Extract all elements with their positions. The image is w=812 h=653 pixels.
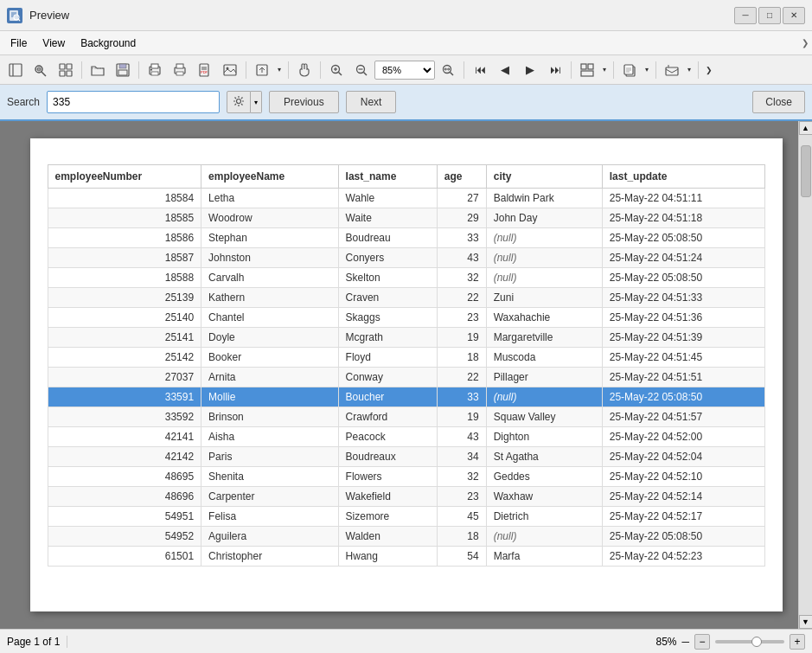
status-right: 85% ─ − + — [655, 634, 805, 650]
table-row: 25142 Booker Floyd 18 Muscoda 25-May-22 … — [48, 348, 764, 368]
find-button[interactable] — [29, 59, 53, 81]
cell-age: 43 — [437, 427, 486, 447]
cell-emp-name: Chantel — [201, 308, 339, 328]
zoom-select[interactable]: 85% 50% 75% 100% 125% 150% 200% — [374, 61, 435, 80]
table-row: 27037 Arnita Conway 22 Pillager 25-May-2… — [48, 368, 764, 387]
menu-file[interactable]: File — [3, 35, 34, 52]
svg-rect-24 — [176, 64, 183, 68]
share-button[interactable] — [660, 59, 684, 81]
cell-emp-num: 42141 — [48, 427, 201, 447]
svg-rect-15 — [67, 71, 72, 76]
table-row: 33592 Brinson Crawford 19 Squaw Valley 2… — [48, 407, 764, 427]
toolbar-separator-7 — [571, 61, 572, 79]
cell-emp-num: 48695 — [48, 467, 201, 487]
layout-dropdown-arrow[interactable]: ▾ — [599, 59, 610, 81]
fit-dropdown-arrow[interactable]: ▾ — [274, 59, 285, 81]
table-body: 18584 Letha Wahle 27 Baldwin Park 25-May… — [48, 189, 764, 567]
minimize-button[interactable]: ─ — [734, 7, 757, 24]
search-close-button[interactable]: Close — [752, 91, 805, 113]
cell-emp-num: 18584 — [48, 189, 201, 208]
menu-background[interactable]: Background — [74, 35, 143, 52]
svg-rect-25 — [176, 72, 183, 75]
cell-city: Margaretville — [486, 328, 602, 348]
cell-emp-num: 25139 — [48, 288, 201, 308]
zoom-out-status-button[interactable]: − — [694, 634, 710, 650]
cell-last-update: 25-May-22 04:52:10 — [602, 467, 764, 487]
menu-view[interactable]: View — [35, 35, 72, 52]
cell-emp-num: 18585 — [48, 208, 201, 228]
cell-emp-name: Felisa — [201, 507, 339, 527]
scroll-up-button[interactable]: ▲ — [799, 121, 813, 135]
restore-button[interactable]: □ — [758, 7, 781, 24]
cell-city: (null) — [486, 268, 602, 288]
app-icon — [7, 8, 22, 23]
table-row: 42141 Aisha Peacock 43 Dighton 25-May-22… — [48, 427, 764, 447]
cell-emp-name: Carpenter — [201, 487, 339, 507]
vertical-scrollbar[interactable]: ▲ ▼ — [798, 121, 812, 629]
cell-age: 33 — [437, 387, 486, 407]
cell-last-name: Conyers — [338, 248, 437, 268]
cell-last-update: 25-May-22 04:52:23 — [602, 547, 764, 567]
window-controls: ─ □ ✕ — [734, 7, 805, 24]
fit-page-button[interactable] — [250, 59, 274, 81]
scroll-track[interactable] — [799, 135, 812, 615]
svg-rect-46 — [581, 71, 593, 76]
zoom-slider-thumb — [751, 637, 762, 647]
export-pdf-button[interactable]: PDF — [193, 59, 217, 81]
next-button[interactable]: Next — [346, 91, 397, 113]
svg-rect-48 — [624, 65, 633, 74]
cell-last-update: 25-May-22 04:51:33 — [602, 288, 764, 308]
layout-button[interactable] — [575, 59, 599, 81]
last-page-button[interactable]: ⏭ — [543, 59, 567, 81]
print-button[interactable] — [168, 59, 192, 81]
open-button[interactable] — [86, 59, 110, 81]
prev-page-button[interactable]: ◀ — [493, 59, 517, 81]
copy-dropdown-arrow[interactable]: ▾ — [642, 59, 652, 81]
cell-last-name: Mcgrath — [338, 328, 437, 348]
zoom-fit-width-button[interactable] — [436, 59, 460, 81]
data-table: employeeNumber employeeName last_name ag… — [48, 164, 765, 567]
cell-emp-name: Johnston — [201, 248, 339, 268]
close-button[interactable]: ✕ — [783, 7, 805, 24]
search-options-button[interactable] — [227, 91, 251, 113]
toolbar-more-button[interactable]: ❯ — [702, 59, 716, 81]
svg-rect-14 — [60, 71, 65, 76]
first-page-button[interactable]: ⏮ — [468, 59, 492, 81]
col-employee-name: employeeName — [201, 165, 339, 189]
zoom-in-status-button[interactable]: + — [790, 634, 805, 650]
cell-city: Waxahachie — [486, 308, 602, 328]
cell-last-name: Boudreau — [338, 228, 437, 248]
next-page-button[interactable]: ▶ — [518, 59, 542, 81]
export-img-button[interactable] — [218, 59, 242, 81]
cell-age: 23 — [437, 308, 486, 328]
cell-emp-num: 33591 — [48, 387, 201, 407]
col-city: city — [486, 165, 602, 189]
scrollbar-thumb[interactable] — [801, 145, 811, 197]
zoom-separator: ─ — [681, 636, 689, 648]
pan-button[interactable] — [292, 59, 316, 81]
cell-emp-name: Letha — [201, 189, 339, 208]
search-options-arrow[interactable]: ▾ — [251, 91, 262, 113]
cell-emp-name: Kathern — [201, 288, 339, 308]
cell-last-update: 25-May-22 04:51:57 — [602, 407, 764, 427]
table-header-row: employeeNumber employeeName last_name ag… — [48, 165, 764, 189]
grid-view-button[interactable] — [54, 59, 78, 81]
print-preview-button[interactable] — [143, 59, 167, 81]
zoom-in-small-button[interactable] — [324, 59, 348, 81]
cell-city: Marfa — [486, 547, 602, 567]
toolbar-separator-4 — [288, 61, 289, 79]
previous-button[interactable]: Previous — [269, 91, 339, 113]
cell-emp-name: Christopher — [201, 547, 339, 567]
zoom-out-button[interactable] — [349, 59, 374, 81]
menubar-expand-icon: ❯ — [802, 38, 809, 48]
search-input[interactable] — [47, 91, 220, 113]
scroll-down-button[interactable]: ▼ — [799, 615, 813, 629]
svg-line-42 — [451, 72, 454, 75]
toggle-panel-button[interactable] — [3, 59, 28, 81]
save-button[interactable] — [111, 59, 135, 81]
zoom-slider[interactable] — [715, 640, 784, 643]
share-dropdown-arrow[interactable]: ▾ — [684, 59, 694, 81]
col-age: age — [437, 165, 486, 189]
copy-button[interactable] — [617, 59, 642, 81]
cell-last-update: 25-May-22 04:52:17 — [602, 507, 764, 527]
